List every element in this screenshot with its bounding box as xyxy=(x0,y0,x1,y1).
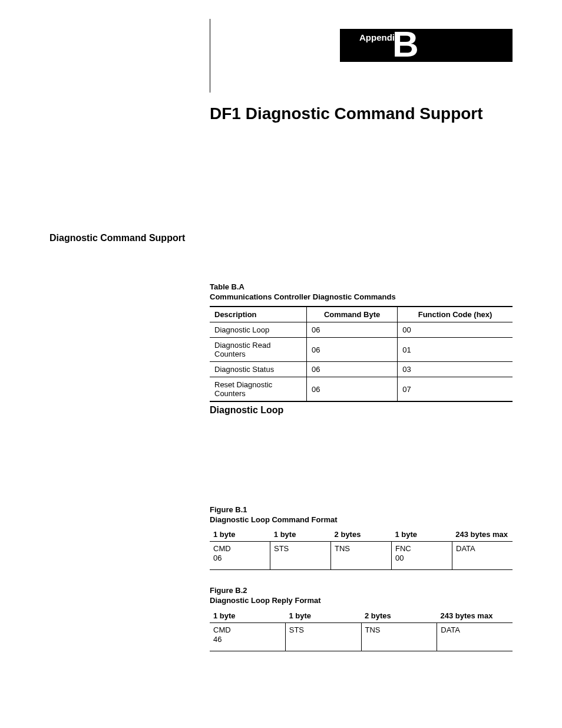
table-a-caption-line1: Table B.A xyxy=(210,282,244,291)
figure-1-caption: Figure B.1 Diagnostic Loop Command Forma… xyxy=(210,505,338,525)
cell: 06 xyxy=(306,322,397,338)
col-header-function-code: Function Code (hex) xyxy=(398,307,513,322)
cell: 07 xyxy=(398,377,513,402)
table-row: Diagnostic Loop 06 00 xyxy=(210,322,513,338)
figure-2-caption-line1: Figure B.2 xyxy=(210,586,247,595)
fig-cell: STS xyxy=(285,623,361,651)
fig-header: 1 byte xyxy=(210,609,286,623)
cell: Diagnostic Status xyxy=(210,362,306,377)
table-a: Description Command Byte Function Code (… xyxy=(210,306,513,402)
fig-cell: CMD 46 xyxy=(210,623,285,651)
figure-1-header-row: 1 byte 1 byte 2 bytes 1 byte 243 bytes m… xyxy=(210,528,513,542)
appendix-banner: Appendix B xyxy=(340,29,513,62)
fig-header: 2 bytes xyxy=(331,528,392,542)
figure-1-caption-line1: Figure B.1 xyxy=(210,505,247,514)
figure-2-header-row: 1 byte 1 byte 2 bytes 243 bytes max xyxy=(210,609,513,623)
cell: Reset Diagnostic Counters xyxy=(210,377,306,402)
cell: Diagnostic Read Counters xyxy=(210,338,306,362)
fig-cell: CMD 06 xyxy=(210,542,270,570)
figure-1: 1 byte 1 byte 2 bytes 1 byte 243 bytes m… xyxy=(210,528,513,570)
table-a-caption-line2: Communications Controller Diagnostic Com… xyxy=(210,292,396,301)
figure-2-body-row: CMD 46 STS TNS DATA xyxy=(210,623,513,651)
appendix-letter: B xyxy=(392,26,419,62)
table-row: Description Command Byte Function Code (… xyxy=(210,307,513,322)
cell: 06 xyxy=(306,338,397,362)
fig-header: 2 bytes xyxy=(361,609,437,623)
fig-header: 243 bytes max xyxy=(437,609,513,623)
page-title: DF1 Diagnostic Command Support xyxy=(210,104,483,123)
fig-header: 243 bytes max xyxy=(452,528,513,542)
figure-1-caption-line2: Diagnostic Loop Command Format xyxy=(210,515,338,524)
fig-header: 1 byte xyxy=(286,609,362,623)
cell: 03 xyxy=(398,362,513,377)
fig-cell: TNS xyxy=(361,623,437,651)
header-vertical-rule xyxy=(210,19,210,93)
col-header-command-byte: Command Byte xyxy=(306,307,397,322)
fig-header: 1 byte xyxy=(270,528,331,542)
subsection-heading: Diagnostic Loop xyxy=(210,404,283,417)
fig-cell: DATA xyxy=(437,623,513,651)
table-row: Diagnostic Read Counters 06 01 xyxy=(210,338,513,362)
cell: 00 xyxy=(398,322,513,338)
figure-2-caption: Figure B.2 Diagnostic Loop Reply Format xyxy=(210,586,321,606)
cell: 01 xyxy=(398,338,513,362)
cell: 06 xyxy=(306,362,397,377)
section-heading: Diagnostic Command Support xyxy=(49,233,185,243)
fig-cell: STS xyxy=(270,542,330,570)
fig-cell: DATA xyxy=(452,542,513,570)
fig-header: 1 byte xyxy=(210,528,270,542)
table-row: Reset Diagnostic Counters 06 07 xyxy=(210,377,513,402)
fig-cell: FNC 00 xyxy=(391,542,452,570)
figure-1-body-row: CMD 06 STS TNS FNC 00 DATA xyxy=(210,542,513,570)
cell: Diagnostic Loop xyxy=(210,322,306,338)
cell: 06 xyxy=(306,377,397,402)
table-row: Diagnostic Status 06 03 xyxy=(210,362,513,377)
table-a-caption: Table B.A Communications Controller Diag… xyxy=(210,282,396,302)
fig-header: 1 byte xyxy=(391,528,452,542)
fig-cell: TNS xyxy=(330,542,391,570)
figure-2-caption-line2: Diagnostic Loop Reply Format xyxy=(210,596,321,605)
col-header-description: Description xyxy=(210,307,306,322)
figure-2: 1 byte 1 byte 2 bytes 243 bytes max CMD … xyxy=(210,609,513,651)
